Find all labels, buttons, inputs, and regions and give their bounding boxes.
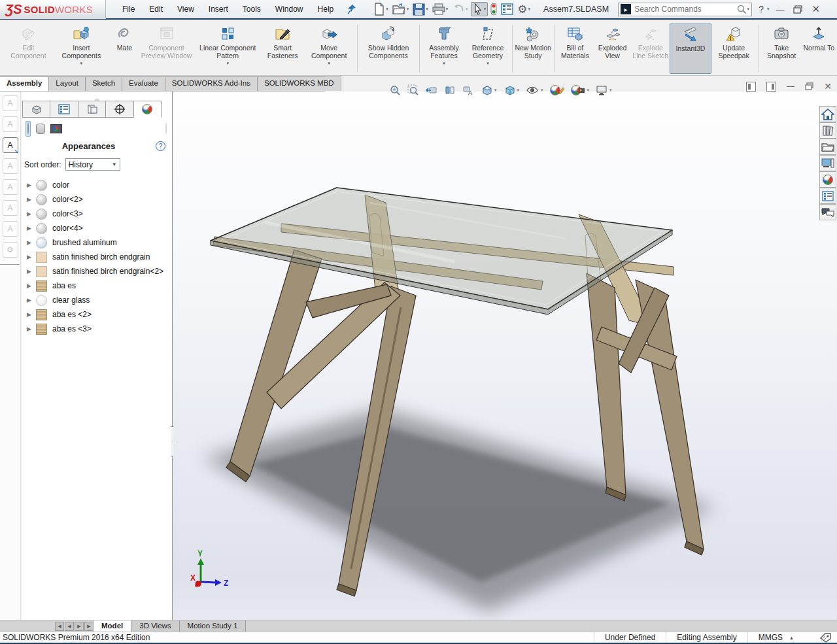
move-component-caret[interactable]: ▾ [328,61,330,66]
custom-properties-button[interactable] [819,188,836,204]
list-item[interactable]: ▶satin finished birch endgrain<2> [22,264,172,279]
tab-property-manager[interactable] [50,101,78,118]
list-item[interactable]: ▶aba es <2> [22,307,172,322]
search-scope-caret[interactable]: ▾ [747,7,750,12]
home-button[interactable] [819,106,836,122]
menu-view[interactable]: View [170,1,201,17]
tag-icon[interactable] [820,633,832,643]
tab-motion-study-1[interactable]: Motion Study 1 [179,620,247,632]
units-selector[interactable]: MMGS ▲ [747,632,804,643]
restore-icon[interactable] [793,5,802,14]
tab-sketch[interactable]: Sketch [85,76,122,91]
close-icon[interactable]: ✕ [811,3,820,15]
expand-arrow-icon[interactable]: ▶ [27,196,36,203]
reference-geometry-button[interactable]: Reference Geometry ▾ [466,24,509,74]
help-caret[interactable]: ▾ [767,7,770,12]
tab-model[interactable]: Model [93,620,131,632]
tab-evaluate[interactable]: Evaluate [122,76,165,91]
tab-solidworks-add-ins[interactable]: SOLIDWORKS Add-Ins [165,76,258,91]
search-input[interactable] [634,5,736,14]
collapse-right-pane-icon[interactable] [766,82,776,92]
list-item[interactable]: ▶color [22,178,172,192]
menu-tools[interactable]: Tools [235,1,268,17]
design-library-button[interactable] [819,122,836,139]
move-component-button[interactable]: Move Component ▾ [303,24,355,74]
expand-arrow-icon[interactable]: ▶ [27,225,36,231]
expand-arrow-icon[interactable]: ▶ [27,268,36,275]
doc-close-icon[interactable]: ✕ [824,81,832,92]
expand-arrow-icon[interactable]: ▶ [27,311,36,318]
minimize-icon[interactable]: — [776,5,784,14]
list-item[interactable]: ▶color<4> [22,221,172,235]
doc-restore-icon[interactable] [805,82,813,90]
list-item[interactable]: ▶satin finished birch endgrain [22,250,172,264]
list-item[interactable]: ▶brushed aluminum [22,235,172,250]
insert-components-button[interactable]: Insert Components ▾ [53,24,110,74]
list-item[interactable]: ▶aba es [22,279,172,293]
help-icon[interactable]: ? [156,141,165,151]
linear-component-pattern-button[interactable]: Linear Component Pattern ▾ [194,24,262,74]
tab-feature-tree[interactable] [22,101,50,118]
scene-icon[interactable] [50,124,62,133]
property-manager-button[interactable] [500,1,515,17]
new-motion-study-button[interactable]: New Motion Study [515,24,552,74]
reference-geometry-caret[interactable]: ▾ [487,61,489,66]
help-button[interactable]: ? [759,4,764,14]
list-item[interactable]: ▶clear glass [22,293,172,307]
assembly-features-button[interactable]: Assembly Features ▾ [422,24,466,74]
tab-3d-views[interactable]: 3D Views [131,620,179,632]
insert-components-caret[interactable]: ▾ [80,61,83,66]
list-item[interactable]: ▶aba es <3> [22,322,172,336]
expand-arrow-icon[interactable]: ▶ [27,254,36,260]
stamp-icon[interactable]: A [3,221,18,237]
note-edit-icon[interactable]: A [3,116,18,132]
note-copy-icon[interactable]: A [3,200,18,216]
expand-arrow-icon[interactable]: ▶ [27,282,36,289]
menu-insert[interactable]: Insert [201,1,235,17]
search-commands-box[interactable]: ▸ ▾ [618,3,752,16]
pin-menu-icon[interactable] [346,3,358,15]
smart-fasteners-button[interactable]: Smart Fasteners [262,24,303,74]
graphics-viewport[interactable]: A ▾ ▾ ▾ ▾ ▾ — ✕ [173,92,837,620]
options-gear-button[interactable]: ⚙▾ [516,1,532,17]
undo-button[interactable]: ▾ [451,1,470,17]
forum-button[interactable] [819,204,836,220]
menu-file[interactable]: File [115,1,142,17]
first-tab-icon[interactable]: ◀ [55,622,64,631]
tab-layout[interactable]: Layout [48,76,86,91]
last-tab-icon[interactable]: ▶ [84,622,94,631]
bill-of-materials-button[interactable]: Bill of Materials [556,24,594,74]
select-tool-button[interactable]: ▾ [471,2,488,16]
expand-arrow-icon[interactable]: ▶ [27,326,36,332]
take-snapshot-button[interactable]: Take Snapshot [761,24,802,74]
sort-order-select[interactable]: History ▼ [65,158,120,171]
exploded-view-button[interactable]: Exploded View [594,24,631,74]
expand-arrow-icon[interactable]: ▶ [27,239,36,246]
traffic-light-icon[interactable] [489,1,498,17]
open-button[interactable]: ▾ [391,1,411,17]
next-tab-icon[interactable]: ▶ [75,622,84,631]
note-gear-icon[interactable]: A [3,158,18,174]
material-icon[interactable] [36,124,45,134]
assembly-features-caret[interactable]: ▾ [443,61,445,66]
show-hidden-components-button[interactable]: Show Hidden Components [360,24,418,74]
file-explorer-button[interactable] [819,139,836,155]
list-item[interactable]: ▶color<2> [22,192,172,207]
collapse-left-pane-icon[interactable] [746,82,756,92]
expand-arrow-icon[interactable]: ▶ [27,297,36,303]
linear-pattern-caret[interactable]: ▾ [227,61,230,66]
print-button[interactable]: ▾ [431,1,450,17]
appearance-ball-button[interactable] [26,121,31,137]
view-palette-button[interactable] [819,155,836,171]
menu-edit[interactable]: Edit [142,1,170,17]
save-button[interactable]: ▾ [411,1,430,17]
note-star-icon[interactable]: A [3,95,18,111]
normal-to-button[interactable]: Normal To [802,24,836,74]
menu-help[interactable]: Help [311,1,341,17]
chain-icon[interactable]: ⚙ [3,242,18,258]
expand-arrow-icon[interactable]: ▶ [27,211,36,217]
model-3d-table[interactable]: Y Z X [173,92,837,620]
prev-tab-icon[interactable]: ◀ [65,622,74,631]
tab-appearances[interactable] [133,101,162,118]
note-balloon-icon[interactable]: A [3,179,18,195]
